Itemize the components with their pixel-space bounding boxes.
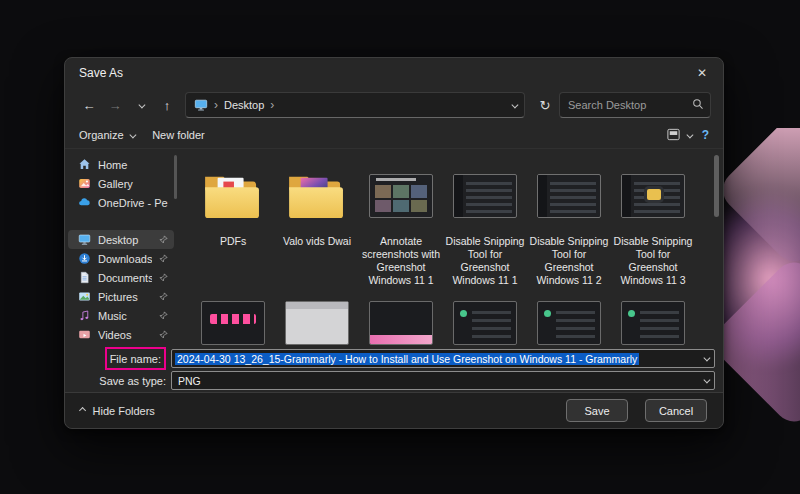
nav-toolbar: ← → ↑ › Desktop › ↻: [65, 88, 723, 122]
pin-icon: [159, 254, 168, 263]
file-tile-image[interactable]: Annotate screenshots with Greenshot Wind…: [359, 155, 443, 287]
sidebar-scrollbar[interactable]: [174, 155, 177, 199]
save-as-type-combobox[interactable]: PNG: [171, 371, 715, 390]
save-as-type-row: Save as type: PNG: [73, 371, 715, 390]
file-form: File name: 2024-04-30 13_26_15-Grammarly…: [65, 346, 723, 392]
history-dropdown-button[interactable]: [129, 93, 153, 117]
address-dropdown-icon[interactable]: [511, 101, 517, 107]
file-name-label-text: File name:: [110, 353, 161, 365]
file-tile-folder[interactable]: PDFs: [191, 155, 275, 287]
dialog-title: Save As: [65, 66, 123, 80]
file-thumbnail-partial[interactable]: [443, 301, 527, 345]
sidebar-item-label: Videos: [98, 329, 152, 341]
help-icon: ?: [702, 128, 709, 142]
save-as-type-value: PNG: [175, 375, 704, 387]
file-name-value[interactable]: 2024-04-30 13_26_15-Grammarly - How to I…: [175, 353, 639, 365]
forward-icon: →: [109, 98, 122, 113]
cancel-button[interactable]: Cancel: [645, 399, 707, 422]
sidebar-item-home[interactable]: Home: [68, 155, 174, 174]
file-thumbnail-partial[interactable]: [275, 301, 359, 345]
view-options-icon: [666, 127, 681, 144]
back-button[interactable]: ←: [77, 93, 101, 117]
file-name-label: Annotate screenshots with Greenshot Wind…: [361, 235, 441, 287]
folder-icon: [275, 159, 359, 233]
scrollbar[interactable]: [713, 151, 720, 344]
onedrive-icon: [77, 196, 91, 210]
sidebar-item-pictures[interactable]: Pictures: [68, 287, 174, 306]
file-thumbnail: [621, 301, 685, 345]
sidebar-item-documents[interactable]: Documents: [68, 268, 174, 287]
view-options-button[interactable]: [666, 127, 692, 144]
save-button[interactable]: Save: [566, 399, 628, 422]
breadcrumb[interactable]: › Desktop ›: [185, 92, 525, 118]
file-row: PDFs Valo vids: [191, 155, 723, 301]
refresh-icon: ↻: [540, 98, 551, 113]
search-input[interactable]: [568, 99, 692, 111]
save-as-dialog: Save As ✕ ← → ↑ › Desktop: [64, 57, 724, 429]
file-tile-folder[interactable]: Valo vids Dwai: [275, 155, 359, 287]
file-thumbnail: [453, 301, 517, 345]
chevron-down-icon: [687, 131, 693, 137]
pictures-icon: [77, 290, 91, 304]
sidebar-item-label: OneDrive - Person: [98, 197, 168, 209]
wallpaper-petal: [715, 128, 800, 269]
pin-icon: [159, 235, 168, 244]
file-thumbnail: [453, 174, 517, 218]
folder-icon: [191, 159, 275, 233]
file-row-partial: [191, 301, 723, 345]
new-folder-button[interactable]: New folder: [152, 129, 205, 141]
file-thumbnail: [537, 174, 601, 218]
sidebar-item-downloads[interactable]: Downloads: [68, 249, 174, 268]
documents-icon: [77, 271, 91, 285]
file-name-label: Disable Snipping Tool for Greenshot Wind…: [529, 235, 609, 287]
combo-chevron-icon[interactable]: [703, 355, 709, 361]
file-tile-image[interactable]: Disable Snipping Tool for Greenshot Wind…: [611, 155, 695, 287]
file-name-combobox[interactable]: 2024-04-30 13_26_15-Grammarly - How to I…: [171, 349, 715, 368]
wallpaper-glow: [714, 128, 800, 434]
organize-button[interactable]: Organize: [79, 129, 134, 141]
file-thumbnail-partial[interactable]: [527, 301, 611, 345]
sidebar-item-label: Desktop: [98, 234, 152, 246]
file-name-row: File name: 2024-04-30 13_26_15-Grammarly…: [73, 349, 715, 368]
help-button[interactable]: ?: [702, 128, 709, 142]
dialog-content: Home Gallery OneDrive - Person: [65, 149, 723, 346]
music-icon: [77, 309, 91, 323]
breadcrumb-item-desktop[interactable]: Desktop: [224, 99, 264, 111]
close-icon: ✕: [697, 66, 707, 80]
forward-button[interactable]: →: [103, 93, 127, 117]
pin-icon: [159, 292, 168, 301]
file-name-label: PDFs: [193, 235, 273, 248]
save-as-type-label-text: Save as type:: [99, 375, 166, 387]
combo-chevron-icon[interactable]: [703, 377, 709, 383]
close-button[interactable]: ✕: [681, 58, 723, 88]
hide-folders-label: Hide Folders: [93, 405, 155, 417]
file-thumbnail: [369, 301, 433, 345]
sidebar-item-gallery[interactable]: Gallery: [68, 174, 174, 193]
file-thumbnail: [369, 174, 433, 218]
up-icon: ↑: [164, 98, 171, 113]
sidebar-item-videos[interactable]: Videos: [68, 325, 174, 344]
scrollbar-thumb[interactable]: [714, 155, 719, 217]
chevron-down-icon: [129, 131, 135, 137]
file-thumbnail-partial[interactable]: [191, 301, 275, 345]
command-bar-right: ?: [666, 127, 709, 144]
file-thumbnail-partial[interactable]: [611, 301, 695, 345]
dialog-footer: Hide Folders Save Cancel: [65, 392, 723, 428]
file-thumbnail: [537, 301, 601, 345]
sidebar-item-label: Documents: [98, 272, 152, 284]
downloads-icon: [77, 252, 91, 266]
sidebar-item-desktop[interactable]: Desktop: [68, 230, 174, 249]
sidebar-item-music[interactable]: Music: [68, 306, 174, 325]
refresh-button[interactable]: ↻: [533, 93, 557, 117]
desktop-icon: [77, 233, 91, 247]
folder-popup-detail: [647, 189, 661, 200]
file-thumbnail-partial[interactable]: [359, 301, 443, 345]
home-icon: [77, 158, 91, 172]
up-button[interactable]: ↑: [155, 93, 179, 117]
file-tile-image[interactable]: Disable Snipping Tool for Greenshot Wind…: [443, 155, 527, 287]
sidebar-item-label: Gallery: [98, 178, 168, 190]
file-tile-image[interactable]: Disable Snipping Tool for Greenshot Wind…: [527, 155, 611, 287]
hide-folders-button[interactable]: Hide Folders: [81, 405, 155, 417]
navigation-pane: Home Gallery OneDrive - Person: [65, 149, 177, 346]
sidebar-item-onedrive[interactable]: OneDrive - Person: [68, 193, 174, 212]
